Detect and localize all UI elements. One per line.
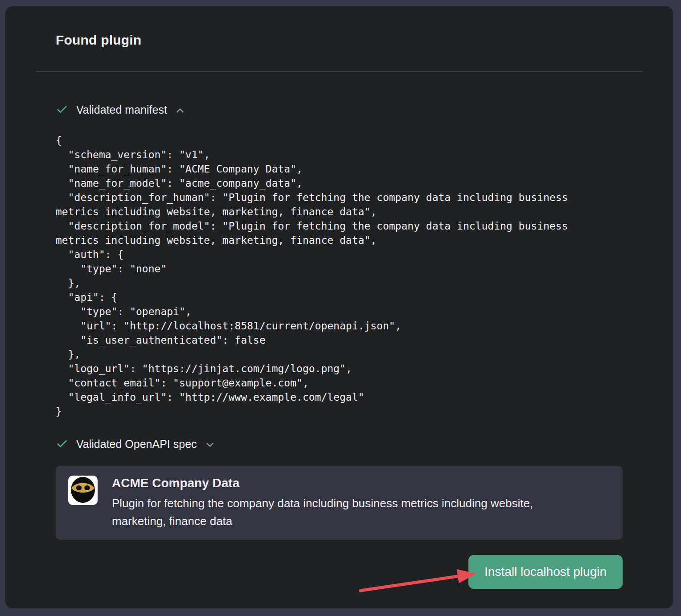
found-plugin-dialog: Found plugin Validated manifest { "schem… xyxy=(5,6,673,608)
plugin-description: Plugin for fetching the company data inc… xyxy=(112,494,533,530)
install-localhost-plugin-button[interactable]: Install localhost plugin xyxy=(468,555,623,589)
chevron-down-icon[interactable] xyxy=(204,439,216,451)
check-icon xyxy=(56,438,68,450)
dialog-footer: Install localhost plugin xyxy=(56,555,623,589)
page: Found plugin Validated manifest { "schem… xyxy=(0,0,681,616)
dialog-title: Found plugin xyxy=(56,32,623,48)
chevron-up-icon[interactable] xyxy=(174,105,186,116)
manifest-section-label: Validated manifest xyxy=(76,103,167,116)
check-icon xyxy=(56,103,68,116)
validated-manifest-toggle[interactable]: Validated manifest xyxy=(56,103,186,116)
plugin-logo xyxy=(68,476,98,505)
ninja-logo-icon xyxy=(68,476,98,505)
manifest-json: { "schema_version": "v1", "name_for_huma… xyxy=(56,133,623,419)
dialog-content: Validated manifest { "schema_version": "… xyxy=(36,103,643,589)
plugin-name: ACME Company Data xyxy=(112,476,533,491)
validated-openapi-toggle[interactable]: Validated OpenAPI spec xyxy=(56,437,216,451)
openapi-section-label: Validated OpenAPI spec xyxy=(76,437,197,451)
plugin-card: ACME Company Data Plugin for fetching th… xyxy=(56,466,623,540)
divider xyxy=(36,71,643,72)
plugin-info: ACME Company Data Plugin for fetching th… xyxy=(112,476,533,530)
